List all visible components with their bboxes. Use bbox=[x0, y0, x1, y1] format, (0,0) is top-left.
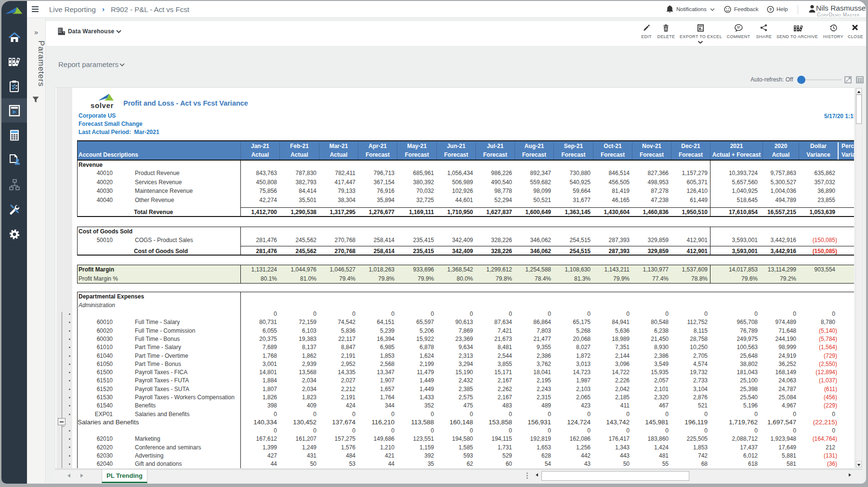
svg-text:?: ? bbox=[769, 7, 772, 12]
